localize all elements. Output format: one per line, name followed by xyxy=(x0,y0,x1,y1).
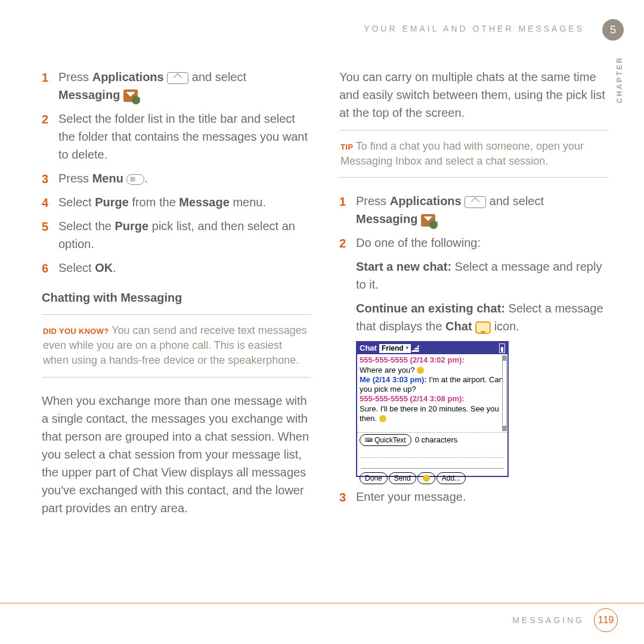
chat-titlebar: Chat Friend xyxy=(357,342,507,354)
menu-key-icon xyxy=(126,174,144,185)
step-4: Select Purge from the Message menu. xyxy=(42,193,311,211)
add-button[interactable]: Add... xyxy=(436,472,466,484)
step-3: Press Menu . xyxy=(42,169,311,187)
did-you-know-box: DID YOU KNOW? You can send and receive t… xyxy=(42,314,311,377)
chapter-badge: 5 xyxy=(602,19,624,41)
chat-body: 555-555-5555 (2/14 3:02 pm): Where are y… xyxy=(357,354,507,433)
step-2: Select the folder list in the title bar … xyxy=(42,110,311,163)
step-1: Press Applications and select Messaging … xyxy=(42,68,311,104)
messaging-icon xyxy=(421,214,435,227)
right-steps: Press Applications and select Messaging … xyxy=(339,192,608,252)
footer-label: MESSAGING xyxy=(512,615,584,625)
emoji-icon xyxy=(423,475,430,482)
emoji-icon xyxy=(417,367,424,374)
chat-input[interactable] xyxy=(361,459,504,469)
r-step-1: Press Applications and select Messaging … xyxy=(339,192,608,228)
step-6: Select OK. xyxy=(42,259,311,277)
r-step-2: Do one of the following: xyxy=(339,234,608,252)
sub-continue-chat: Continue an existing chat: Select a mess… xyxy=(339,299,608,335)
home-key-icon xyxy=(465,196,486,208)
step-5: Select the Purge pick list, and then sel… xyxy=(42,217,311,253)
chat-icon xyxy=(475,321,491,334)
char-count: 0 characters xyxy=(415,435,458,445)
battery-icon xyxy=(499,343,505,353)
emoji-icon xyxy=(379,415,386,422)
page-header: YOUR EMAIL AND OTHER MESSAGES xyxy=(42,24,608,33)
r-step-3: Enter your message. xyxy=(339,488,608,506)
left-steps: Press Applications and select Messaging … xyxy=(42,68,311,277)
home-key-icon xyxy=(167,72,188,84)
chat-picklist[interactable]: Friend xyxy=(379,344,411,353)
footer-rule xyxy=(0,603,644,603)
chapter-label: CHAPTER xyxy=(615,56,624,103)
chat-screenshot: Chat Friend 555-555-5555 (2/14 3:02 pm):… xyxy=(356,341,509,477)
scrollbar[interactable] xyxy=(502,355,507,431)
dyk-label: DID YOU KNOW? xyxy=(43,327,109,336)
left-paragraph: When you exchange more than one message … xyxy=(42,392,311,517)
tip-label: TIP xyxy=(340,143,353,151)
tip-box: TIP To find a chat you had with someone,… xyxy=(339,130,608,178)
signal-icon xyxy=(411,345,419,352)
section-heading: Chatting with Messaging xyxy=(42,291,311,305)
sub-start-chat: Start a new chat: Select a message and r… xyxy=(339,258,608,293)
quicktext-button[interactable]: ⌨QuickText xyxy=(360,434,411,446)
done-button[interactable]: Done xyxy=(360,472,388,484)
chat-input[interactable] xyxy=(361,448,504,458)
send-button[interactable]: Send xyxy=(389,472,416,484)
emoji-button[interactable] xyxy=(417,472,435,484)
right-steps-cont: Enter your message. xyxy=(339,488,608,506)
messaging-icon xyxy=(123,89,138,102)
right-paragraph-1: You can carry on multiple chats at the s… xyxy=(339,68,608,122)
page-number: 119 xyxy=(594,608,618,632)
